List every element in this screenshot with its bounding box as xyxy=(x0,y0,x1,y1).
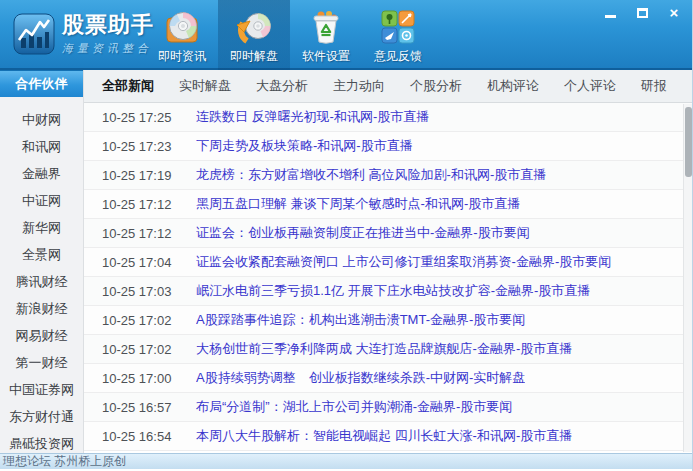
news-row[interactable]: 10-25 17:25连跌数日 反弹曙光初现-和讯网-股市直播 xyxy=(84,103,692,132)
news-row[interactable]: 10-25 16:54本周八大牛股解析：智能电视崛起 四川长虹大涨-和讯网-股市… xyxy=(84,422,692,451)
news-time: 10-25 17:23 xyxy=(102,139,180,154)
sidebar-item[interactable]: 网易财经 xyxy=(0,322,83,349)
toolbar-button-instant-analysis[interactable]: 即时解盘 xyxy=(218,0,290,70)
title-bar: 股票助手 海量资讯整合 即时资讯 xyxy=(0,0,692,70)
stock-chart-logo-icon xyxy=(13,13,55,55)
minimize-icon[interactable] xyxy=(602,6,618,20)
news-row[interactable]: 10-25 17:00A股持续弱势调整 创业板指数继续杀跌-中财网-实时解盘 xyxy=(84,364,692,393)
sidebar-item[interactable]: 金融界 xyxy=(0,160,83,187)
toolbar-button-instant-news[interactable]: 即时资讯 xyxy=(146,0,218,70)
tab[interactable]: 个股分析 xyxy=(410,77,462,95)
tab[interactable]: 实时解盘 xyxy=(179,77,231,95)
sidebar-item[interactable]: 东方财付通 xyxy=(0,403,83,430)
cd-news-icon xyxy=(163,8,201,46)
tab[interactable]: 机构评论 xyxy=(487,77,539,95)
news-time: 10-25 16:54 xyxy=(102,429,180,444)
news-title-link[interactable]: 大杨创世前三季净利降两成 大连打造品牌旗舰店-金融界-股市直播 xyxy=(196,340,572,358)
tab[interactable]: 全部新闻 xyxy=(102,77,154,95)
news-time: 10-25 17:04 xyxy=(102,255,180,270)
sidebar-item[interactable]: 中证网 xyxy=(0,187,83,214)
sidebar-item[interactable]: 第一财经 xyxy=(0,349,83,376)
news-row[interactable]: 10-25 17:12证监会：创业板再融资制度正在推进当中-金融界-股市要闻 xyxy=(84,219,692,248)
news-time: 10-25 16:57 xyxy=(102,400,180,415)
news-time: 10-25 17:12 xyxy=(102,197,180,212)
scrollbar-track[interactable] xyxy=(683,104,692,452)
tab[interactable]: 研报 xyxy=(641,77,667,95)
sidebar-header[interactable]: 合作伙伴 xyxy=(0,70,83,97)
maximize-icon[interactable] xyxy=(634,6,650,20)
main-area: 合作伙伴 中财网和讯网金融界中证网新华网全景网腾讯财经新浪财经网易财经第一财经中… xyxy=(0,70,692,453)
news-title-link[interactable]: 连跌数日 反弹曙光初现-和讯网-股市直播 xyxy=(196,108,429,126)
news-time: 10-25 17:02 xyxy=(102,313,180,328)
sidebar-item[interactable]: 和讯网 xyxy=(0,133,83,160)
news-title-link[interactable]: A股踩踏事件追踪：机构出逃潮击溃TMT-金融界-股市要闻 xyxy=(196,311,525,329)
tab[interactable]: 主力动向 xyxy=(333,77,385,95)
news-title-link[interactable]: 本周八大牛股解析：智能电视崛起 四川长虹大涨-和讯网-股市直播 xyxy=(196,427,572,445)
news-row[interactable]: 10-25 17:03岷江水电前三季亏损1.1亿 开展下庄水电站技改扩容-金融界… xyxy=(84,277,692,306)
status-text: 理想论坛 苏州桥上原创 xyxy=(3,454,126,468)
news-list-wrapper: 10-25 17:25连跌数日 反弹曙光初现-和讯网-股市直播10-25 17:… xyxy=(84,103,692,453)
news-time: 10-25 17:03 xyxy=(102,284,180,299)
news-panel: 全部新闻实时解盘大盘分析主力动向个股分析机构评论个人评论研报 10-25 17:… xyxy=(84,70,692,453)
cd-replay-icon xyxy=(235,8,273,46)
sidebar-item[interactable]: 腾讯财经 xyxy=(0,268,83,295)
feedback-grid-icon xyxy=(379,8,417,46)
main-toolbar: 即时资讯 即时解盘 xyxy=(146,0,434,70)
tab-bar: 全部新闻实时解盘大盘分析主力动向个股分析机构评论个人评论研报 xyxy=(84,70,692,103)
news-title-link[interactable]: 证监会：创业板再融资制度正在推进当中-金融界-股市要闻 xyxy=(196,224,530,242)
app-title: 股票助手 xyxy=(62,12,154,38)
news-title-link[interactable]: 岷江水电前三季亏损1.1亿 开展下庄水电站技改扩容-金融界-股市直播 xyxy=(196,282,590,300)
toolbar-button-label: 意见反馈 xyxy=(374,48,422,65)
news-row[interactable]: 10-25 17:12黑周五盘口理解 兼谈下周某个敏感时点-和讯网-股市直播 xyxy=(84,190,692,219)
news-row[interactable]: 10-25 17:19龙虎榜：东方财富增收不增利 高位风险加剧-和讯网-股市直播 xyxy=(84,161,692,190)
scrollbar-thumb[interactable] xyxy=(685,107,692,177)
news-row[interactable]: 10-25 17:23下周走势及板块策略-和讯网-股市直播 xyxy=(84,132,692,161)
toolbar-button-settings[interactable]: 软件设置 xyxy=(290,0,362,70)
news-title-link[interactable]: 证监会收紧配套融资闸口 上市公司修订重组案取消募资-金融界-股市要闻 xyxy=(196,253,611,271)
news-title-link[interactable]: 布局“分道制”：湖北上市公司并购潮涌-金融界-股市要闻 xyxy=(196,398,512,416)
news-time: 10-25 17:02 xyxy=(102,342,180,357)
news-row[interactable]: 10-25 16:57布局“分道制”：湖北上市公司并购潮涌-金融界-股市要闻 xyxy=(84,393,692,422)
app-window: 股票助手 海量资讯整合 即时资讯 xyxy=(0,0,693,471)
sidebar-item[interactable]: 全景网 xyxy=(0,241,83,268)
app-brand: 股票助手 海量资讯整合 xyxy=(62,12,154,56)
partners-sidebar: 合作伙伴 中财网和讯网金融界中证网新华网全景网腾讯财经新浪财经网易财经第一财经中… xyxy=(0,70,84,453)
news-time: 10-25 17:19 xyxy=(102,168,180,183)
news-list: 10-25 17:25连跌数日 反弹曙光初现-和讯网-股市直播10-25 17:… xyxy=(84,103,692,451)
tab[interactable]: 个人评论 xyxy=(564,77,616,95)
toolbar-button-label: 软件设置 xyxy=(302,48,350,65)
news-title-link[interactable]: 黑周五盘口理解 兼谈下周某个敏感时点-和讯网-股市直播 xyxy=(196,195,520,213)
app-subtitle: 海量资讯整合 xyxy=(62,41,154,56)
sidebar-list: 中财网和讯网金融界中证网新华网全景网腾讯财经新浪财经网易财经第一财经中国证券网东… xyxy=(0,97,83,453)
sidebar-item[interactable]: 鼎砥投资网 xyxy=(0,430,83,453)
close-icon[interactable]: × xyxy=(666,6,682,20)
toolbar-button-feedback[interactable]: 意见反馈 xyxy=(362,0,434,70)
tab[interactable]: 大盘分析 xyxy=(256,77,308,95)
news-row[interactable]: 10-25 17:04证监会收紧配套融资闸口 上市公司修订重组案取消募资-金融界… xyxy=(84,248,692,277)
toolbar-button-label: 即时资讯 xyxy=(158,48,206,65)
news-title-link[interactable]: 龙虎榜：东方财富增收不增利 高位风险加剧-和讯网-股市直播 xyxy=(196,166,546,184)
news-row[interactable]: 10-25 17:02A股踩踏事件追踪：机构出逃潮击溃TMT-金融界-股市要闻 xyxy=(84,306,692,335)
news-time: 10-25 17:00 xyxy=(102,371,180,386)
news-title-link[interactable]: A股持续弱势调整 创业板指数继续杀跌-中财网-实时解盘 xyxy=(196,369,525,387)
toolbar-button-label: 即时解盘 xyxy=(230,48,278,65)
sidebar-item[interactable]: 新华网 xyxy=(0,214,83,241)
news-title-link[interactable]: 下周走势及板块策略-和讯网-股市直播 xyxy=(196,137,413,155)
sidebar-item[interactable]: 中国证券网 xyxy=(0,376,83,403)
news-row[interactable]: 10-25 17:02大杨创世前三季净利降两成 大连打造品牌旗舰店-金融界-股市… xyxy=(84,335,692,364)
sidebar-item[interactable]: 新浪财经 xyxy=(0,295,83,322)
sidebar-item[interactable]: 中财网 xyxy=(0,106,83,133)
news-time: 10-25 17:25 xyxy=(102,110,180,125)
recycle-bin-settings-icon xyxy=(307,8,345,46)
status-bar: 理想论坛 苏州桥上原创 xyxy=(0,453,692,469)
window-controls: × xyxy=(602,6,682,20)
news-time: 10-25 17:12 xyxy=(102,226,180,241)
